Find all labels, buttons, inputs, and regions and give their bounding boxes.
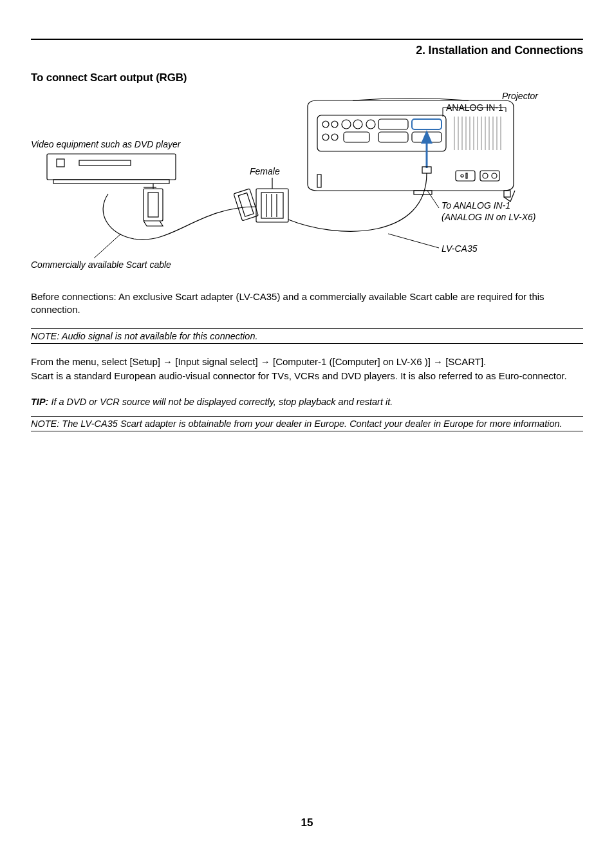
svg-point-14 [331, 134, 338, 140]
chapter-title: 2. Installation and Connections [31, 44, 583, 57]
svg-rect-16 [378, 132, 408, 142]
svg-point-13 [322, 134, 329, 140]
svg-rect-31 [456, 171, 475, 181]
svg-rect-15 [344, 132, 369, 142]
section-title: To connect Scart output (RGB) [31, 71, 583, 84]
svg-point-35 [483, 173, 488, 178]
connection-diagram: Projector ANALOG IN-1 Video equipment su… [31, 91, 583, 271]
svg-rect-51 [144, 189, 163, 221]
svg-rect-52 [148, 193, 158, 217]
svg-rect-55 [238, 193, 254, 217]
svg-rect-11 [378, 119, 408, 129]
svg-rect-37 [317, 175, 321, 187]
svg-rect-1 [57, 159, 64, 167]
tip-body: If a DVD or VCR source will not be displ… [48, 397, 393, 407]
page-number: 15 [0, 816, 614, 829]
svg-rect-46 [261, 193, 283, 218]
svg-line-56 [427, 191, 439, 208]
note-audio-not-available: NOTE: Audio signal is not available for … [31, 328, 583, 344]
tip-label: TIP: [31, 397, 48, 407]
svg-point-7 [331, 121, 338, 127]
svg-line-58 [94, 234, 121, 258]
svg-rect-12 [412, 119, 442, 129]
svg-point-9 [353, 120, 362, 129]
menu-instruction-line2: Scart is a standard European audio-visua… [31, 370, 583, 382]
before-connections-text: Before connections: An exclusive Scart a… [31, 290, 583, 317]
tip-text: TIP: If a DVD or VCR source will not be … [31, 397, 583, 407]
svg-point-36 [492, 173, 497, 178]
svg-point-8 [342, 120, 351, 129]
svg-rect-39 [504, 191, 510, 197]
svg-rect-33 [466, 173, 467, 178]
note-lv-ca35-dealer: NOTE: The LV-CA35 Scart adapter is obtai… [31, 416, 583, 431]
svg-line-57 [388, 234, 439, 248]
svg-rect-0 [47, 154, 176, 180]
svg-rect-3 [53, 180, 169, 184]
svg-point-32 [461, 175, 463, 177]
svg-point-6 [322, 121, 329, 127]
menu-instruction-line1: From the menu, select [Setup] → [Input s… [31, 355, 583, 368]
svg-point-10 [366, 120, 375, 129]
svg-rect-2 [79, 160, 131, 165]
